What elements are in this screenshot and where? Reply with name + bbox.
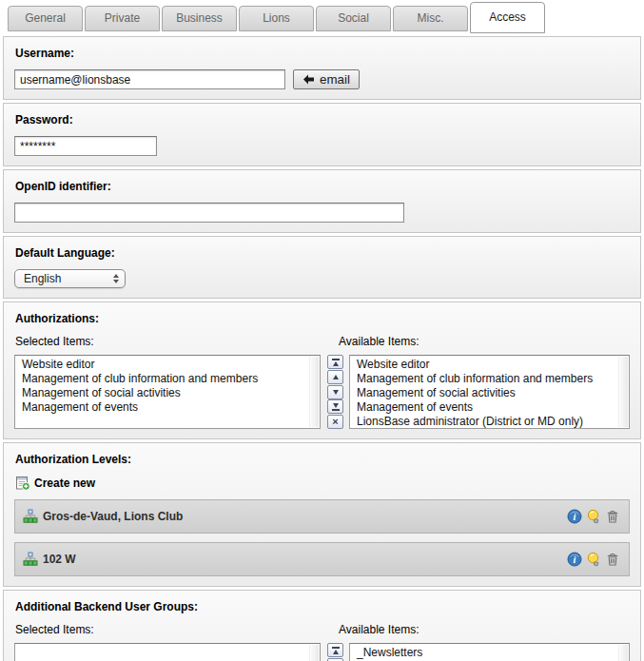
move-to-top-button[interactable] [327,643,343,657]
create-new-button[interactable]: Create new [15,476,630,491]
option-website-editor[interactable]: Website editor [15,358,320,372]
backend-groups-available-header: Available Items: [339,623,420,636]
lightbulb-icon[interactable] [585,508,602,525]
password-input[interactable] [14,136,157,156]
authorizations-selected-listbox[interactable]: Website editorManagement of club informa… [14,355,321,429]
backend-groups-list-controls [327,643,343,661]
authorization-level-rows: Gros-de-Vaud, Lions Club i [14,499,630,576]
email-button-label: email [320,72,350,87]
username-section: Username: email [3,36,641,100]
tab-private[interactable]: Private [85,6,160,31]
language-select-value: English [24,272,61,285]
trash-icon[interactable] [604,508,621,525]
language-select[interactable]: English [14,269,126,288]
username-input[interactable] [14,69,285,89]
option-management-of-club-information-and-members[interactable]: Management of club information and membe… [350,372,629,386]
authorizations-available-header: Available Items: [339,335,420,348]
level-title: Gros-de-Vaud, Lions Club [43,510,183,523]
tab-lions[interactable]: Lions [239,6,314,31]
trash-icon[interactable] [604,551,621,568]
option-management-of-events[interactable]: Management of events [350,400,629,415]
info-icon[interactable]: i [566,551,583,568]
option-lionsbase-administrator-district-or-md-only[interactable]: LionsBase administrator (District or MD … [350,415,629,429]
authorizations-label: Authorizations: [15,312,630,325]
option-management-of-club-information-and-members[interactable]: Management of club information and membe… [15,372,320,386]
backend-groups-section: Additional Backend User Groups: Selected… [3,590,641,661]
tab-general[interactable]: General [8,6,83,31]
level-row-actions: i [566,551,621,568]
level-row-102-w[interactable]: 102 W i [14,542,630,576]
move-to-bottom-button[interactable] [327,399,343,414]
email-button[interactable]: email [293,69,360,89]
level-row-gros-de-vaud-lions-club[interactable]: Gros-de-Vaud, Lions Club i [14,499,630,534]
create-new-label: Create new [34,476,95,490]
access-form-panel: Username: email Password: OpenID identif… [3,36,641,661]
option-management-of-social-activities[interactable]: Management of social activities [15,386,320,400]
svg-text:i: i [574,512,576,522]
language-label: Default Language: [15,246,630,260]
option-website-editor[interactable]: Website editor [350,358,629,372]
openid-input[interactable] [14,203,404,223]
option-management-of-events[interactable]: Management of events [15,400,320,415]
openid-label: OpenID identifier: [15,180,630,193]
username-label: Username: [15,47,630,60]
level-row-actions: i [566,508,621,525]
password-section: Password: [3,103,641,166]
tab-misc[interactable]: Misc. [393,6,468,31]
new-record-icon [15,476,30,491]
backend-groups-available-listbox[interactable]: _Newsletters [349,643,630,661]
level-title: 102 W [43,553,76,566]
move-to-top-button[interactable] [327,355,343,369]
lightbulb-icon[interactable] [585,551,602,568]
authorization-levels-section: Authorization Levels: Create new [3,442,641,587]
sitemap-icon [23,552,38,567]
arrow-left-icon [302,74,315,85]
sitemap-icon [23,509,38,524]
backend-groups-selected-listbox[interactable] [14,643,321,661]
openid-section: OpenID identifier: [3,169,641,233]
option-newsletters[interactable]: _Newsletters [350,646,629,660]
svg-text:i: i [574,554,576,565]
remove-item-button[interactable] [327,415,343,429]
move-up-button[interactable] [327,370,343,384]
select-stepper-icon [113,274,119,283]
info-icon[interactable]: i [566,508,583,525]
authorizations-selected-header: Selected Items: [15,335,339,348]
authorization-levels-label: Authorization Levels: [15,453,630,466]
backend-groups-selected-header: Selected Items: [15,623,339,636]
language-section: Default Language: English [3,236,641,299]
move-down-button[interactable] [327,385,343,399]
authorizations-available-listbox[interactable]: Website editorManagement of club informa… [349,355,630,429]
option-management-of-social-activities[interactable]: Management of social activities [350,386,629,400]
tab-access[interactable]: Access [470,2,545,33]
authorizations-section: Authorizations: Selected Items: Availabl… [3,301,641,439]
authorizations-list-controls [327,355,343,429]
backend-groups-label: Additional Backend User Groups: [15,600,630,613]
tab-business[interactable]: Business [162,6,237,31]
password-label: Password: [15,113,630,126]
tab-bar: GeneralPrivateBusinessLionsSocialMisc.Ac… [0,0,644,31]
tab-social[interactable]: Social [316,6,391,31]
